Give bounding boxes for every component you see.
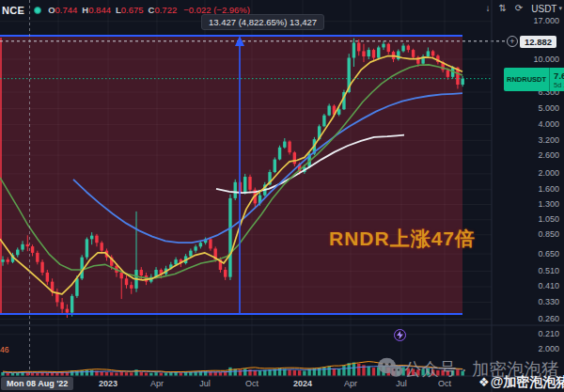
open-label: O	[48, 5, 55, 15]
candle	[1, 259, 4, 262]
candle	[248, 177, 251, 190]
price-axis-label: 0.410	[538, 281, 559, 290]
candle	[377, 47, 380, 57]
currency-label: USDT	[531, 4, 556, 14]
candle	[90, 236, 93, 240]
candle	[174, 259, 177, 264]
volume-bar	[318, 368, 321, 375]
volume-bar	[169, 372, 172, 375]
currency-dropdown[interactable]: USDT ▾	[531, 4, 562, 14]
trading-chart-app: NCE O0.744 H0.844 L0.675 C0.722 −0.022 (…	[0, 0, 564, 392]
candle	[387, 44, 390, 52]
candle	[21, 244, 24, 250]
candle	[140, 270, 143, 275]
handle-text: @加密泡泡猪	[491, 374, 564, 389]
candle	[431, 51, 434, 55]
price-axis-label: 3.200	[538, 135, 559, 145]
crosshair-date-tooltip: Mon 08 Aug '22	[1, 377, 73, 390]
candle	[75, 278, 78, 296]
volume-bar	[352, 363, 355, 376]
candle	[130, 285, 133, 289]
candle	[70, 296, 73, 313]
open-value: 0.744	[55, 5, 78, 15]
candle	[412, 50, 415, 57]
symbol-fragment: NCE	[2, 5, 24, 16]
candle	[80, 258, 83, 279]
price-axis-label: 0.210	[538, 329, 559, 338]
volume-bar	[110, 372, 113, 375]
high-value: 0.844	[88, 5, 111, 15]
price-axis-label: 10.000	[533, 55, 559, 64]
add-alert-plus-icon[interactable]: +	[507, 36, 518, 47]
wechat-icon	[377, 357, 403, 382]
price-axis-label: 4.000	[538, 119, 559, 129]
market-status-dot	[34, 7, 41, 14]
candle	[26, 244, 29, 246]
candle	[397, 51, 400, 59]
chart-canvas[interactable]	[0, 0, 564, 392]
price-axis[interactable]: 17.00010.0008.0006.3005.0004.0003.2002.6…	[493, 0, 564, 376]
annotation-text: RNDR上涨47倍	[329, 226, 476, 252]
candle	[66, 309, 69, 313]
price-axis-label: 0.260	[538, 314, 559, 323]
candle	[101, 243, 103, 250]
candle	[368, 50, 370, 56]
candle	[194, 246, 196, 250]
candle	[95, 236, 98, 243]
price-axis-label: 1.600	[538, 184, 559, 194]
volume-bar	[303, 370, 306, 375]
volume-bar	[342, 366, 345, 376]
symbol-price-badge[interactable]: RNDRUSDT 7.613 5d 22h	[504, 68, 564, 91]
time-axis-label: Apr	[138, 379, 176, 388]
candle	[189, 251, 192, 257]
candle	[352, 42, 355, 57]
candle	[209, 239, 212, 248]
scroll-down-button[interactable]: ↓	[485, 3, 490, 14]
volume-bar	[234, 369, 237, 376]
volume-bar	[80, 370, 83, 376]
candle	[274, 160, 276, 173]
volume-bar	[298, 370, 301, 375]
candle	[7, 259, 9, 262]
time-axis-label: Oct	[233, 379, 271, 388]
volume-bar	[322, 367, 325, 375]
volume-bar	[243, 368, 246, 375]
chevron-down-icon: ▾	[558, 5, 562, 12]
candle	[278, 148, 281, 160]
candle	[16, 250, 19, 256]
time-axis-label: Apr	[332, 379, 369, 388]
volume-bar	[333, 368, 336, 376]
volume-bar	[154, 372, 157, 375]
candle	[228, 198, 231, 277]
price-axis-label: 0.510	[538, 266, 559, 275]
volume-bar	[357, 364, 360, 376]
volume-bar	[105, 372, 108, 376]
volume-bar	[101, 371, 103, 375]
candle	[446, 70, 449, 76]
volume-axis-label: 2.000	[538, 344, 559, 353]
volume-indicator-value: 46	[0, 345, 8, 354]
close-value: 0.722	[154, 5, 177, 15]
candle	[322, 116, 325, 127]
price-axis-label: 2.000	[538, 168, 559, 178]
candle	[199, 243, 202, 246]
candle	[224, 270, 227, 277]
reset-scale-button[interactable]: ⟳	[515, 3, 523, 14]
measure-tooltip: 13.427 (4,822.65%) 13,427	[201, 14, 324, 30]
candle	[372, 50, 375, 57]
price-axis-label: 1.050	[538, 214, 559, 224]
low-value: 0.675	[121, 5, 144, 15]
candle	[60, 302, 63, 308]
volume-bar	[372, 368, 375, 375]
time-axis-label: 2024	[284, 379, 321, 388]
price-axis-label: 17.000	[533, 16, 559, 25]
price-axis-label: 0.850	[538, 229, 559, 239]
volume-bar	[258, 370, 261, 375]
volume-bar	[254, 370, 257, 376]
collapse-pane-button[interactable]: ⇅	[498, 3, 506, 14]
time-axis-label: Jul	[186, 379, 224, 388]
candle	[407, 46, 410, 51]
badge-price: 7.613	[554, 71, 564, 81]
candle	[40, 262, 43, 273]
event-marker-icon[interactable]	[394, 329, 406, 341]
